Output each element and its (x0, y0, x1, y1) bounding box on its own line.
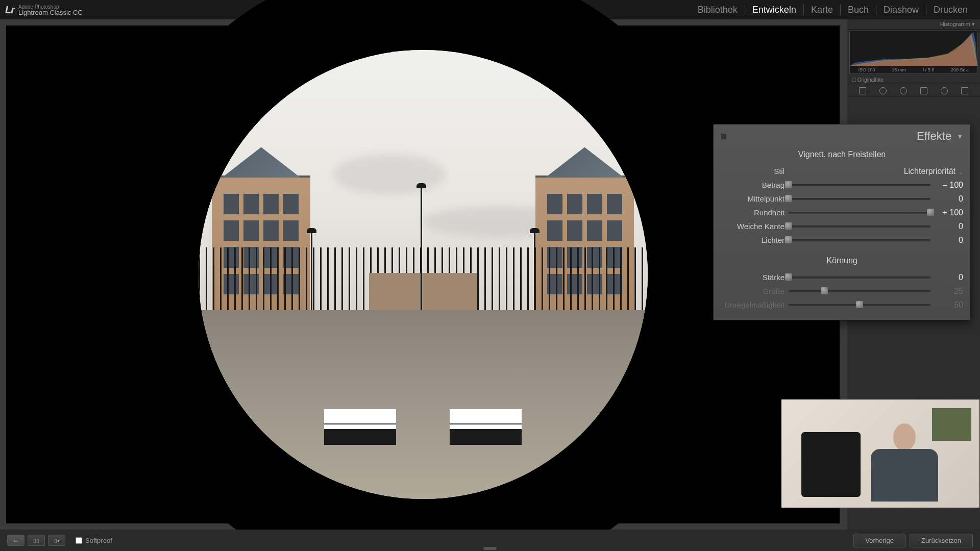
crop-tool-icon[interactable] (859, 87, 866, 94)
grain-label: Größe (721, 287, 785, 295)
vignette-slider-row: Mittelpunkt0 (721, 192, 963, 206)
vignette-label: Rundheit (721, 208, 785, 217)
app-name: Lightroom Classic CC (18, 10, 83, 15)
vignette-section-title: Vignett. nach Freistellen (721, 150, 963, 159)
module-print[interactable]: Drucken (926, 5, 975, 15)
grain-section-title: Körnung (721, 256, 963, 265)
style-value: Lichterpriorität (904, 167, 955, 176)
module-picker: Bibliothek Entwickeln Karte Buch Diashow… (691, 5, 975, 15)
module-book[interactable]: Buch (841, 5, 876, 15)
loupe-view-button[interactable]: ▭ (7, 535, 24, 546)
vignette-slider-row: Lichter0 (721, 233, 963, 247)
grain-label: Stärke (721, 273, 785, 282)
photo-preview (199, 50, 648, 499)
gradient-tool-icon[interactable] (920, 87, 927, 94)
grain-value[interactable]: 25 (935, 287, 963, 296)
slider-thumb[interactable] (785, 273, 792, 281)
app-logo: Lr Adobe Photoshop Lightroom Classic CC (5, 4, 83, 16)
vignette-slider-row: Weiche Kante0 (721, 219, 963, 233)
spot-tool-icon[interactable] (879, 87, 887, 94)
vignette-label: Mittelpunkt (721, 194, 785, 203)
histo-shutter: 200 Sek. (951, 67, 969, 72)
vignette-track[interactable] (789, 212, 930, 214)
vignette-value[interactable]: + 100 (935, 208, 963, 217)
slider-thumb[interactable] (785, 222, 792, 230)
grain-value[interactable]: 0 (935, 273, 963, 282)
dropdown-caret-icon: ⌄ (959, 169, 963, 175)
histogram-title: Histogramm (940, 21, 970, 27)
panel-handle-bottom[interactable] (483, 547, 497, 550)
previous-button[interactable]: Vorherige (853, 534, 905, 547)
vignette-label: Lichter (721, 236, 785, 244)
vignette-value[interactable]: – 100 (935, 181, 963, 190)
histo-iso: ISO 100 (858, 67, 875, 72)
originalfoto-checkbox[interactable]: ☐ Originalfoto (847, 75, 980, 85)
softproof-checkbox[interactable]: Softproof (76, 537, 112, 544)
effects-title: Effekte (917, 130, 951, 143)
grain-track[interactable] (789, 277, 930, 279)
collapse-icon[interactable]: ▼ (957, 133, 963, 140)
grain-track[interactable] (789, 304, 930, 306)
vignette-track[interactable] (789, 239, 930, 241)
vignette-label: Weiche Kante (721, 222, 785, 231)
grain-track[interactable] (789, 290, 930, 292)
slider-thumb[interactable] (785, 181, 792, 188)
histo-focal: 16 mm (892, 67, 906, 72)
module-map[interactable]: Karte (804, 5, 841, 15)
local-tool-strip (847, 85, 980, 96)
before-after-lr-button[interactable]: ▯▯ (28, 535, 45, 546)
grain-value[interactable]: 50 (935, 300, 963, 310)
module-slideshow[interactable]: Diashow (876, 5, 926, 15)
vignette-label: Betrag (721, 181, 785, 189)
brush-tool-icon[interactable] (961, 87, 968, 94)
before-after-tb-button[interactable]: ▯▾ (48, 535, 65, 546)
histogram-header[interactable]: Histogramm ▾ (847, 19, 980, 30)
softproof-label: Softproof (85, 537, 112, 544)
vignette-track[interactable] (789, 198, 930, 200)
vignette-track[interactable] (789, 226, 930, 228)
module-develop[interactable]: Entwickeln (745, 5, 804, 15)
slider-thumb[interactable] (785, 195, 792, 202)
grain-slider-row: Größe25 (721, 284, 963, 298)
main-content: Histogramm ▾ ISO 100 16 mm f / 5.6 200 S… (0, 19, 980, 530)
slider-thumb[interactable] (821, 287, 828, 294)
vignette-slider-row: Rundheit+ 100 (721, 206, 963, 219)
grain-slider-row: Unregelmäßigkeit50 (721, 298, 963, 312)
vignette-track[interactable] (789, 184, 930, 186)
grain-slider-row: Stärke0 (721, 270, 963, 284)
reset-button[interactable]: Zurücksetzen (910, 534, 973, 547)
panel-handle-top[interactable] (483, 1, 497, 4)
slider-thumb[interactable] (785, 236, 792, 243)
module-library[interactable]: Bibliothek (691, 5, 745, 15)
effects-panel: Effekte ▼ Vignett. nach Freistellen Stil… (713, 124, 971, 320)
vignette-value[interactable]: 0 (935, 222, 963, 231)
vignette-style-row[interactable]: Stil Lichterpriorität⌄ (721, 164, 963, 178)
slider-thumb[interactable] (856, 301, 863, 308)
lightroom-icon: Lr (5, 4, 14, 16)
slider-thumb[interactable] (927, 209, 934, 216)
vignette-value[interactable]: 0 (935, 194, 963, 204)
vignette-slider-row: Betrag– 100 (721, 178, 963, 192)
grain-label: Unregelmäßigkeit (721, 300, 785, 309)
histo-aperture: f / 5.6 (923, 67, 935, 72)
panel-switch[interactable] (721, 134, 726, 139)
redeye-tool-icon[interactable] (900, 87, 907, 94)
vignette-value[interactable]: 0 (935, 236, 963, 245)
style-label: Stil (721, 167, 785, 176)
histogram[interactable]: ISO 100 16 mm f / 5.6 200 Sek. (849, 31, 978, 74)
webcam-overlay (781, 399, 980, 508)
radial-tool-icon[interactable] (941, 87, 948, 94)
